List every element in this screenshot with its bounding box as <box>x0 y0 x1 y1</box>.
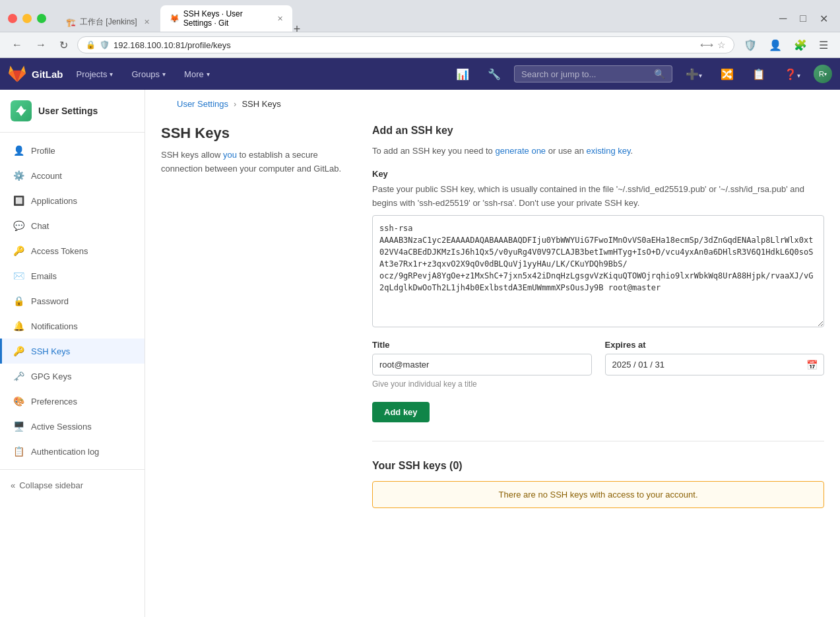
content-right: Add an SSH key To add an SSH key you nee… <box>372 125 824 508</box>
notifications-icon: 🔔 <box>13 320 24 332</box>
tab1-label: 工作台 [Jenkins] <box>80 16 137 28</box>
no-keys-alert: There are no SSH keys with access to you… <box>372 481 824 508</box>
tab2-close[interactable]: ✕ <box>277 15 283 23</box>
reload-btn[interactable]: ↻ <box>55 38 72 53</box>
sidebar-item-gpg-keys[interactable]: 🗝️ GPG Keys <box>0 364 145 389</box>
gitlab-logo-svg <box>8 65 26 83</box>
content-inner: SSH Keys SSH keys allow you to establish… <box>161 114 824 508</box>
title-help-text: Give your individual key a title <box>372 379 824 389</box>
address-input[interactable] <box>113 40 696 50</box>
access-tokens-icon: 🔑 <box>13 245 24 257</box>
browser-restore-btn[interactable]: □ <box>796 11 810 26</box>
your-ssh-keys-title: Your SSH keys (0) <box>372 460 824 472</box>
expires-field-group: Expires at 📅 <box>605 340 825 375</box>
browser-close-window-btn[interactable]: ✕ <box>816 11 832 26</box>
profile-icon-btn[interactable]: 👤 <box>765 38 786 53</box>
sidebar-item-profile[interactable]: 👤 Profile <box>0 138 145 163</box>
help-btn[interactable]: ❓▾ <box>779 65 806 83</box>
page-description: SSH keys allow you to establish a secure… <box>161 148 346 176</box>
issues-btn[interactable]: 📋 <box>747 65 771 83</box>
gitlab-logo[interactable]: GitLab <box>8 65 63 83</box>
shield-icon-btn[interactable]: 🛡️ <box>740 38 761 53</box>
expires-label: Expires at <box>605 340 825 350</box>
new-tab-btn[interactable]: + <box>294 22 301 32</box>
tab2-favicon: 🦊 <box>170 14 179 23</box>
nav-groups[interactable]: Groups ▾ <box>126 67 171 82</box>
sidebar-item-active-sessions[interactable]: 🖥️ Active Sessions <box>0 414 145 439</box>
nav-groups-chevron: ▾ <box>162 71 166 78</box>
sidebar-preferences-label: Preferences <box>31 397 77 406</box>
expires-input[interactable] <box>605 354 825 375</box>
user-avatar[interactable]: R▾ <box>814 65 832 83</box>
browser-close-btn[interactable] <box>8 14 17 23</box>
breadcrumb-separator: › <box>234 99 236 109</box>
sidebar-nav: 👤 Profile ⚙️ Account 🔲 Applications 💬 Ch… <box>0 133 145 469</box>
title-label: Title <box>372 340 592 350</box>
sidebar-item-chat[interactable]: 💬 Chat <box>0 213 145 238</box>
key-description: Paste your public SSH key, which is usua… <box>372 183 824 211</box>
sidebar-item-account[interactable]: ⚙️ Account <box>0 163 145 188</box>
add-ssh-section: Add an SSH key To add an SSH key you nee… <box>372 125 824 422</box>
account-icon: ⚙️ <box>13 170 24 181</box>
section-divider <box>372 441 824 441</box>
browser-minimize-window-btn[interactable]: ─ <box>775 11 791 26</box>
create-btn[interactable]: ➕▾ <box>680 65 707 83</box>
browser-tab-2[interactable]: 🦊 SSH Keys · User Settings · Git ✕ <box>160 5 292 32</box>
password-icon: 🔒 <box>13 295 24 307</box>
title-input[interactable] <box>372 354 592 375</box>
main-layout: User Settings 👤 Profile ⚙️ Account 🔲 App… <box>0 90 840 617</box>
tab1-close[interactable]: ✕ <box>144 18 150 26</box>
back-btn[interactable]: ← <box>8 38 26 52</box>
search-input[interactable] <box>521 69 650 79</box>
navbar-search[interactable]: 🔍 <box>514 65 672 82</box>
nav-more[interactable]: More ▾ <box>179 67 215 82</box>
key-textarea[interactable] <box>372 215 824 327</box>
sidebar: User Settings 👤 Profile ⚙️ Account 🔲 App… <box>0 90 145 617</box>
collapse-icon: « <box>11 480 15 490</box>
browser-maximize-btn[interactable] <box>37 14 46 23</box>
add-key-button[interactable]: Add key <box>372 402 430 422</box>
sidebar-chat-label: Chat <box>31 221 49 231</box>
sidebar-item-notifications[interactable]: 🔔 Notifications <box>0 313 145 339</box>
browser-tab-1[interactable]: 🏗️ 工作台 [Jenkins] ✕ <box>57 13 159 32</box>
ssh-keys-icon: 🔑 <box>13 345 24 357</box>
sidebar-emails-label: Emails <box>31 271 57 281</box>
sidebar-profile-label: Profile <box>31 146 55 156</box>
sidebar-auth-log-label: Authentication log <box>31 447 99 457</box>
existing-key-link[interactable]: existing key <box>587 146 631 156</box>
profile-icon: 👤 <box>13 145 24 156</box>
sidebar-item-emails[interactable]: ✉️ Emails <box>0 263 145 288</box>
sidebar-item-applications[interactable]: 🔲 Applications <box>0 188 145 213</box>
page-title: SSH Keys <box>161 125 346 142</box>
browser-toolbar-actions: 🛡️ 👤 🧩 ☰ <box>740 38 832 53</box>
add-section-desc: To add an SSH key you need to generate o… <box>372 145 824 158</box>
sidebar-active-sessions-label: Active Sessions <box>31 422 92 432</box>
sidebar-item-preferences[interactable]: 🎨 Preferences <box>0 389 145 414</box>
star-icon[interactable]: ☆ <box>717 40 726 50</box>
sidebar-logo-icon <box>15 104 28 117</box>
browser-chrome: 🏗️ 工作台 [Jenkins] ✕ 🦊 SSH Keys · User Set… <box>0 0 840 58</box>
address-bar[interactable]: 🔒 🛡️ ⟷ ☆ <box>77 36 734 53</box>
browser-minimize-btn[interactable] <box>22 14 32 23</box>
menu-btn[interactable]: ☰ <box>815 38 832 53</box>
browser-toolbar: ← → ↻ 🔒 🛡️ ⟷ ☆ 🛡️ 👤 🧩 ☰ <box>0 32 840 57</box>
sidebar-access-tokens-label: Access Tokens <box>31 246 88 256</box>
extensions-icon-btn[interactable]: 🧩 <box>790 38 811 53</box>
sidebar-item-access-tokens[interactable]: 🔑 Access Tokens <box>0 238 145 263</box>
snippet-btn[interactable]: 🔧 <box>482 65 506 83</box>
sidebar-item-auth-log[interactable]: 📋 Authentication log <box>0 439 145 464</box>
breadcrumb-parent[interactable]: User Settings <box>177 99 228 109</box>
sidebar-applications-label: Applications <box>31 196 77 206</box>
nav-projects[interactable]: Projects ▾ <box>71 67 119 82</box>
collapse-sidebar-btn[interactable]: « Collapse sidebar <box>0 469 145 501</box>
merge-requests-btn[interactable]: 🔀 <box>715 65 739 83</box>
sidebar-item-password[interactable]: 🔒 Password <box>0 288 145 313</box>
sidebar-header: User Settings <box>0 90 145 133</box>
activity-btn[interactable]: 📊 <box>451 65 474 83</box>
nav-more-chevron: ▾ <box>207 71 210 78</box>
forward-btn[interactable]: → <box>32 38 50 52</box>
sidebar-item-ssh-keys[interactable]: 🔑 SSH Keys <box>0 339 145 364</box>
generate-one-link[interactable]: generate one <box>495 146 546 156</box>
your-ssh-keys-section: Your SSH keys (0) There are no SSH keys … <box>372 460 824 508</box>
emails-icon: ✉️ <box>13 270 24 282</box>
